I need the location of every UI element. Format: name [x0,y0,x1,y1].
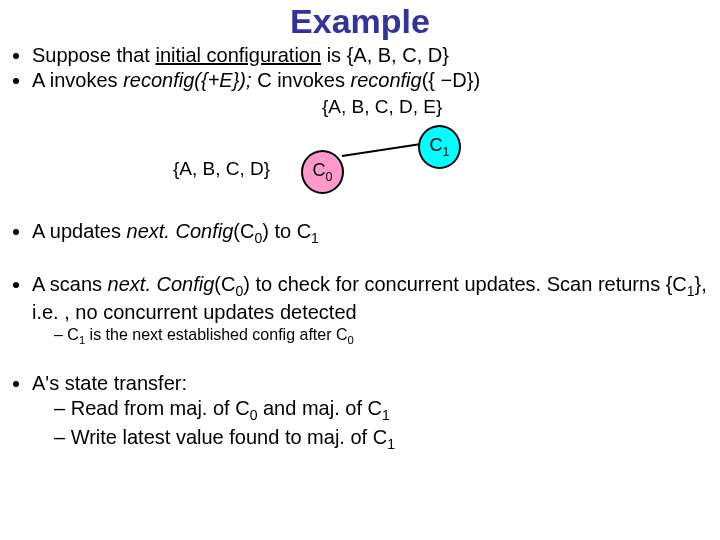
text-underline: initial configuration [155,44,321,66]
slide-title: Example [0,2,720,41]
bullet-1: Suppose that initial configuration is {A… [32,43,720,68]
sub: 0 [254,230,262,246]
sub: 1 [687,283,695,299]
text: Write latest value found to maj. of C [71,426,387,448]
text: A updates [32,220,127,242]
text: A invokes [32,69,123,91]
text: C invokes [257,69,350,91]
text: is {A, B, C, D} [321,44,449,66]
text-italic: next. Config [127,220,234,242]
text: is the next established config after C [85,326,347,343]
bullet-2: A invokes reconfig({+E}); C invokes reco… [32,68,720,93]
bullet-scan: A scans next. Config(C0) to check for co… [32,272,720,348]
svg-line-0 [342,144,421,156]
bullet-update: A updates next. Config(C0) to C1 [32,219,720,248]
sub-item-write: Write latest value found to maj. of C1 [54,425,720,454]
text: Read from maj. of C [71,397,250,419]
text: C [67,326,79,343]
text-italic: ; [246,69,257,91]
text: and maj. of C [257,397,382,419]
text-italic: reconfig [351,69,422,91]
sub: 1 [387,436,395,452]
text: A's state transfer: [32,372,187,394]
sub-item: C1 is the next established config after … [54,325,720,347]
text-italic: ({+E}) [194,69,246,91]
text: ({ −D}) [422,69,480,91]
node-text: C1 [429,135,449,159]
sub-item-read: Read from maj. of C0 and maj. of C1 [54,396,720,425]
intro-bullets: Suppose that initial configuration is {A… [14,43,720,93]
node-c0: C0 [301,150,344,194]
bullet-transfer: A's state transfer: Read from maj. of C0… [32,371,720,453]
text: ) to check for concurrent updates. Scan … [243,273,687,295]
sub: 1 [311,230,319,246]
main-bullets: A updates next. Config(C0) to C1 A scans… [14,219,720,453]
text-italic: reconfig [123,69,194,91]
node-text: C0 [312,160,332,184]
sub: 0 [348,334,354,346]
sub-list: C1 is the next established config after … [32,325,720,347]
text: (C [233,220,254,242]
text: ) to C [262,220,311,242]
label-left: {A, B, C, D} [173,158,270,180]
text: A scans [32,273,108,295]
text: Suppose that [32,44,155,66]
label-top: {A, B, C, D, E} [322,96,442,118]
text-italic: next. Config [108,273,215,295]
text: (C [214,273,235,295]
sub: 1 [382,407,390,423]
sub-list: Read from maj. of C0 and maj. of C1 Writ… [32,396,720,453]
node-c1: C1 [418,125,461,169]
diagram: {A, B, C, D, E} {A, B, C, D} C0 C1 [0,93,720,213]
